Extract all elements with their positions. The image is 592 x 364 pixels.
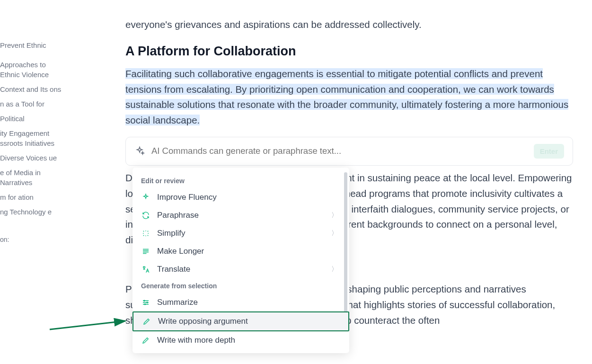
sparkle-icon xyxy=(141,193,150,202)
popup-section-generate-label: Generate from selection xyxy=(133,278,349,293)
svg-point-1 xyxy=(147,302,148,303)
sidebar-item[interactable]: Prevent Ethnic xyxy=(0,38,64,53)
simplify-icon xyxy=(141,229,150,238)
sidebar-item[interactable]: Approaches to Ethnic Violence xyxy=(0,57,64,82)
chevron-right-icon: 〉 xyxy=(331,211,338,220)
svg-point-2 xyxy=(144,304,145,305)
ai-popup-menu: Edit or review Improve Fluency Paraphras… xyxy=(133,168,349,353)
selected-text[interactable]: Facilitating such collaborative engageme… xyxy=(125,68,568,125)
popup-item-paraphrase[interactable]: Paraphrase 〉 xyxy=(133,206,349,224)
popup-item-label: Summarize xyxy=(157,298,198,307)
pencil-icon xyxy=(141,336,150,345)
svg-point-0 xyxy=(144,300,145,301)
refresh-icon xyxy=(141,211,150,220)
sidebar-item[interactable]: Political xyxy=(0,111,64,126)
sidebar-footer-label: on: xyxy=(0,233,64,246)
paragraph: everyone's grievances and aspirations ca… xyxy=(125,17,573,33)
sidebar-item[interactable]: Context and Its ons xyxy=(0,82,64,97)
popup-section-edit-label: Edit or review xyxy=(133,173,349,188)
popup-item-label: Simplify xyxy=(157,229,186,238)
sidebar-item[interactable]: n as a Tool for xyxy=(0,97,64,111)
pencil-icon xyxy=(142,317,151,326)
chevron-right-icon: 〉 xyxy=(331,229,338,238)
sidebar-item[interactable] xyxy=(0,53,64,57)
popup-item-label: Translate xyxy=(157,265,190,274)
popup-item-summarize[interactable]: Summarize xyxy=(133,293,349,311)
popup-item-improve-fluency[interactable]: Improve Fluency xyxy=(133,188,349,206)
sidebar-item[interactable]: m for ation xyxy=(0,190,64,204)
popup-item-label: Write with more depth xyxy=(157,336,235,345)
sliders-icon xyxy=(141,298,150,307)
ai-command-bar[interactable]: Enter xyxy=(125,137,573,166)
popup-item-translate[interactable]: Translate 〉 xyxy=(133,260,349,278)
ai-command-input[interactable] xyxy=(151,146,527,156)
popup-item-write-opposing-argument[interactable]: Write opposing argument xyxy=(133,311,349,331)
annotation-arrow xyxy=(47,316,133,335)
paragraph-highlighted[interactable]: Facilitating such collaborative engageme… xyxy=(125,66,573,128)
popup-item-label: Improve Fluency xyxy=(157,193,217,202)
popup-item-write-more-depth[interactable]: Write with more depth xyxy=(133,331,349,349)
popup-item-make-longer[interactable]: Make Longer xyxy=(133,242,349,260)
popup-item-simplify[interactable]: Simplify 〉 xyxy=(133,224,349,242)
sidebar-item[interactable]: ity Engagement ssroots Initiatives xyxy=(0,126,64,151)
translate-icon xyxy=(141,265,150,274)
sparkle-icon xyxy=(134,146,145,156)
popup-item-label: Write opposing argument xyxy=(158,317,248,326)
lines-icon xyxy=(141,247,150,256)
heading-platform: A Platform for Collaboration xyxy=(125,44,573,59)
svg-line-3 xyxy=(50,321,125,329)
sidebar-item[interactable]: Diverse Voices ue xyxy=(0,151,64,165)
popup-item-label: Make Longer xyxy=(157,247,204,256)
sidebar: Prevent Ethnic Approaches to Ethnic Viol… xyxy=(0,0,64,364)
enter-button[interactable]: Enter xyxy=(534,144,564,159)
sidebar-item[interactable]: ng Technology e xyxy=(0,204,64,219)
popup-item-label: Paraphrase xyxy=(157,211,199,220)
sidebar-item[interactable]: e of Media in Narratives xyxy=(0,165,64,190)
chevron-right-icon: 〉 xyxy=(331,265,338,274)
